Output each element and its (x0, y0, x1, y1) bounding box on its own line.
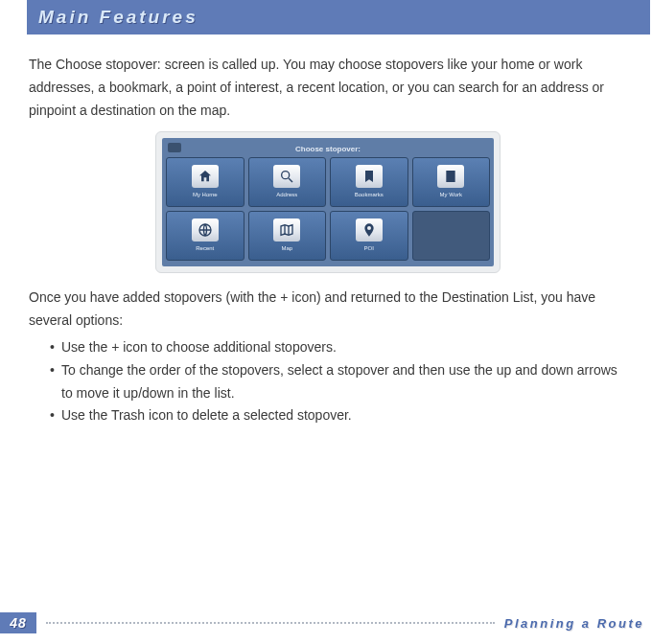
svg-point-0 (282, 172, 290, 179)
content-area: The Choose stopover: screen is called up… (29, 54, 627, 427)
device-screen: Choose stopover: My Home Address (162, 138, 494, 266)
tile-my-work: My Work (412, 157, 491, 207)
poi-icon (356, 218, 383, 242)
tile-label: My Home (193, 190, 218, 199)
page-number: 48 (0, 612, 36, 633)
magnifier-icon (273, 165, 300, 188)
tile-label: Map (281, 243, 292, 253)
list-item: • To change the order of the stopovers, … (50, 359, 627, 405)
tile-poi: POI (330, 211, 408, 261)
bullet-dot: • (50, 359, 61, 405)
home-icon (192, 165, 219, 188)
intro-paragraph: The Choose stopover: screen is called up… (29, 54, 627, 122)
page-title: Main Features (38, 7, 198, 28)
globe-icon (192, 218, 219, 242)
bookmark-icon (356, 165, 383, 188)
tile-label: Recent (196, 243, 214, 253)
tile-recent: Recent (166, 211, 244, 261)
bullet-text: Use the + icon to choose additional stop… (61, 336, 337, 359)
footer-dotted-rule (46, 622, 495, 624)
bullet-list: • Use the + icon to choose additional st… (50, 336, 627, 427)
bullet-text: To change the order of the stopovers, se… (61, 359, 627, 405)
tile-bookmarks: Bookmarks (330, 157, 408, 207)
tile-my-home: My Home (166, 157, 244, 207)
footer-section-label: Planning a Route (504, 616, 652, 631)
tile-label: POI (364, 243, 374, 253)
bullet-dot: • (50, 404, 61, 427)
device-tile-grid: My Home Address Bookmarks (166, 157, 490, 261)
header-bar: Main Features (27, 0, 650, 34)
tile-map: Map (248, 211, 327, 261)
tile-label: Bookmarks (355, 190, 384, 199)
svg-line-1 (289, 178, 292, 182)
device-title-bar: Choose stopover: (166, 142, 490, 155)
map-icon (273, 218, 300, 242)
tile-label: My Work (439, 190, 462, 199)
tile-address: Address (248, 157, 327, 207)
device-screenshot-figure: Choose stopover: My Home Address (155, 131, 501, 273)
device-back-button (168, 143, 181, 152)
tile-empty (412, 211, 491, 261)
building-icon (437, 165, 464, 188)
bullet-text: Use the Trash icon to delete a selected … (61, 404, 352, 427)
bullet-dot: • (50, 336, 61, 359)
after-paragraph: Once you have added stopovers (with the … (29, 287, 627, 333)
list-item: • Use the + icon to choose additional st… (50, 336, 627, 359)
device-title: Choose stopover: (295, 143, 361, 156)
tile-label: Address (276, 190, 297, 199)
footer: 48 Planning a Route (0, 611, 652, 634)
list-item: • Use the Trash icon to delete a selecte… (50, 404, 627, 427)
